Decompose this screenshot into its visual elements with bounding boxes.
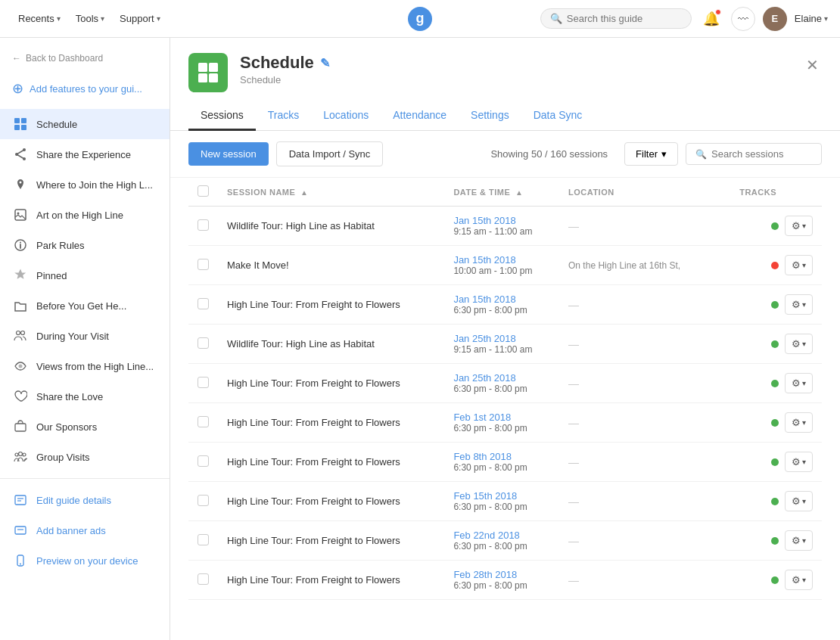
activity-icon[interactable]: 〰 [731, 7, 755, 31]
sidebar-item-during-visit[interactable]: During Your Visit [0, 321, 170, 351]
session-time: 6:30 pm - 8:00 pm [453, 580, 550, 591]
session-name-cell: Make It Move! [218, 246, 444, 285]
row-checkbox-cell[interactable] [188, 246, 218, 285]
col-session-name[interactable]: SESSION NAME ▲ [218, 178, 444, 207]
add-features-button[interactable]: ⊕ Add features to your gui... [0, 74, 170, 103]
sidebar-item-art[interactable]: Art on the High Line [0, 200, 170, 230]
session-settings-button[interactable]: ⚙ ▾ [785, 255, 813, 275]
support-menu[interactable]: Support ▾ [114, 8, 166, 29]
row-checkbox[interactable] [198, 337, 209, 349]
tab-locations[interactable]: Locations [311, 101, 381, 131]
tracks-cell: ⚙ ▾ [714, 364, 822, 403]
row-checkbox-cell[interactable] [188, 364, 218, 403]
sessions-search[interactable]: 🔍 [686, 143, 822, 165]
row-checkbox-cell[interactable] [188, 285, 218, 325]
session-settings-button[interactable]: ⚙ ▾ [785, 570, 813, 590]
sidebar-item-schedule[interactable]: Schedule [0, 109, 170, 139]
edit-title-icon[interactable]: ✎ [320, 56, 330, 70]
search-input[interactable] [567, 13, 682, 24]
row-checkbox-cell[interactable] [188, 403, 218, 443]
sidebar-item-park-rules[interactable]: Park Rules [0, 230, 170, 260]
tracks-cell: ⚙ ▾ [714, 521, 822, 561]
svg-point-17 [19, 365, 23, 368]
tab-settings[interactable]: Settings [459, 101, 521, 131]
session-settings-button[interactable]: ⚙ ▾ [785, 334, 813, 354]
row-checkbox[interactable] [198, 534, 209, 545]
track-dot [771, 340, 779, 348]
sidebar-item-where-to-join[interactable]: Where to Join the High L... [0, 169, 170, 200]
select-all-header[interactable] [188, 178, 218, 207]
sidebar-item-sponsors[interactable]: Our Sponsors [0, 412, 170, 442]
row-checkbox[interactable] [198, 219, 209, 231]
new-session-button[interactable]: New session [188, 142, 269, 166]
sidebar-item-views[interactable]: Views from the High Line... [0, 351, 170, 381]
global-search[interactable]: 🔍 [540, 8, 692, 29]
tab-attendance[interactable]: Attendance [381, 101, 459, 131]
search-icon: 🔍 [550, 13, 562, 24]
sidebar-item-preview[interactable]: Preview on your device [0, 545, 170, 576]
avatar[interactable]: E [763, 7, 787, 31]
row-checkbox[interactable] [198, 259, 209, 270]
sidebar-item-share-experience[interactable]: Share the Experience [0, 139, 170, 169]
row-checkbox-cell[interactable] [188, 521, 218, 561]
row-checkbox[interactable] [198, 416, 209, 427]
session-settings-button[interactable]: ⚙ ▾ [785, 452, 813, 472]
sidebar-item-label: Edit guide details [36, 495, 111, 506]
session-time: 6:30 pm - 8:00 pm [453, 541, 550, 551]
session-time: 6:30 pm - 8:00 pm [453, 384, 550, 394]
tab-data-sync[interactable]: Data Sync [521, 101, 595, 131]
session-date: Feb 8th 2018 [453, 451, 550, 462]
svg-point-15 [17, 331, 20, 335]
close-button[interactable]: ✕ [803, 53, 822, 77]
sidebar-item-share-love[interactable]: Share the Love [0, 381, 170, 412]
location-cell: — [559, 561, 714, 600]
gear-icon: ⚙ [792, 574, 801, 586]
location-dash: — [568, 220, 579, 232]
session-settings-button[interactable]: ⚙ ▾ [785, 294, 813, 315]
tab-sessions[interactable]: Sessions [188, 101, 256, 131]
row-checkbox[interactable] [198, 455, 209, 467]
row-checkbox[interactable] [198, 377, 209, 388]
row-checkbox-cell[interactable] [188, 482, 218, 521]
session-settings-button[interactable]: ⚙ ▾ [785, 491, 813, 511]
session-date: Jan 15th 2018 [453, 254, 550, 266]
sessions-search-input[interactable] [711, 148, 812, 160]
session-time: 6:30 pm - 8:00 pm [453, 423, 550, 433]
tracks-cell: ⚙ ▾ [714, 482, 822, 521]
row-checkbox[interactable] [198, 573, 209, 585]
sponsors-icon [12, 418, 29, 435]
sidebar-item-pinned[interactable]: Pinned [0, 260, 170, 290]
data-import-button[interactable]: Data Import / Sync [276, 141, 384, 166]
row-checkbox-cell[interactable] [188, 207, 218, 246]
tracks-cell: ⚙ ▾ [714, 561, 822, 600]
tools-menu[interactable]: Tools ▾ [70, 8, 110, 29]
session-settings-button[interactable]: ⚙ ▾ [785, 216, 813, 236]
session-name: High Line Tour: From Freight to Flowers [227, 574, 400, 586]
row-checkbox-cell[interactable] [188, 443, 218, 482]
filter-button[interactable]: Filter ▾ [624, 142, 678, 166]
row-checkbox-cell[interactable] [188, 561, 218, 600]
sidebar-item-banner-ads[interactable]: Add banner ads [0, 515, 170, 545]
row-checkbox-cell[interactable] [188, 325, 218, 364]
showing-count: Showing 50 / 160 sessions [490, 148, 608, 160]
back-to-dashboard[interactable]: ← Back to Dashboard [0, 47, 170, 70]
col-datetime[interactable]: DATE & TIME ▲ [444, 178, 559, 207]
session-settings-button[interactable]: ⚙ ▾ [785, 530, 813, 551]
notifications-button[interactable]: 🔔 [699, 7, 723, 31]
recents-menu[interactable]: Recents ▾ [12, 8, 67, 29]
select-all-checkbox[interactable] [198, 185, 209, 197]
sidebar-item-group-visits[interactable]: Group Visits [0, 442, 170, 472]
session-date: Jan 15th 2018 [453, 215, 550, 226]
session-settings-button[interactable]: ⚙ ▾ [785, 412, 813, 433]
row-checkbox[interactable] [198, 495, 209, 506]
logo[interactable]: g [408, 7, 432, 31]
sidebar-item-before-you-get[interactable]: Before You Get He... [0, 290, 170, 321]
sidebar-item-edit-guide[interactable]: Edit guide details [0, 485, 170, 515]
sidebar-item-label: During Your Visit [36, 331, 109, 342]
table-header: SESSION NAME ▲ DATE & TIME ▲ LOCATION TR… [188, 178, 822, 207]
svg-rect-18 [15, 424, 26, 431]
session-settings-button[interactable]: ⚙ ▾ [785, 373, 813, 393]
user-menu[interactable]: Elaine ▾ [795, 13, 828, 24]
tab-tracks[interactable]: Tracks [256, 101, 311, 131]
row-checkbox[interactable] [198, 298, 209, 309]
